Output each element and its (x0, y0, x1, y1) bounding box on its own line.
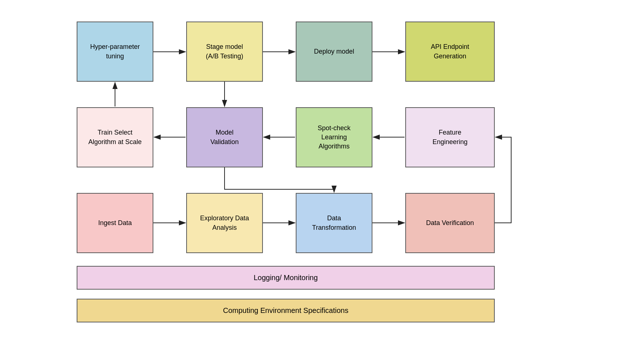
node-train: Train SelectAlgorithm at Scale (77, 107, 153, 167)
node-spotcheck: Spot-checkLearningAlgorithms (296, 107, 372, 167)
node-ingest: Ingest Data (77, 193, 153, 253)
node-train-label: Train SelectAlgorithm at Scale (88, 128, 142, 146)
arrow-model-datatransform (225, 167, 334, 192)
node-model: ModelValidation (186, 107, 263, 167)
arrow-dataverif-feature (495, 137, 511, 223)
bar-computing: Computing Environment Specifications (77, 299, 495, 322)
node-deploy: Deploy model (296, 22, 372, 82)
node-eda: Exploratory DataAnalysis (186, 193, 263, 253)
node-feature-label: FeatureEngineering (432, 128, 467, 146)
diagram-container: Hyper-parameter tuning Stage model(A/B T… (40, 11, 588, 353)
node-deploy-label: Deploy model (314, 47, 354, 56)
node-model-label: ModelValidation (210, 128, 239, 146)
node-datatransform: DataTransformation (296, 193, 372, 253)
bar-logging-label: Logging/ Monitoring (254, 274, 318, 282)
node-spotcheck-label: Spot-checkLearningAlgorithms (318, 124, 351, 151)
node-hyper-label: Hyper-parameter tuning (81, 42, 149, 61)
node-ingest-label: Ingest Data (98, 218, 132, 228)
node-dataverif: Data Verification (405, 193, 495, 253)
node-stage-label: Stage model(A/B Testing) (206, 42, 244, 61)
node-dataverif-label: Data Verification (426, 218, 474, 228)
node-api: API EndpointGeneration (405, 22, 495, 82)
node-eda-label: Exploratory DataAnalysis (200, 214, 249, 232)
node-api-label: API EndpointGeneration (431, 42, 469, 61)
node-datatransform-label: DataTransformation (312, 214, 356, 232)
node-hyper: Hyper-parameter tuning (77, 22, 153, 82)
node-stage: Stage model(A/B Testing) (186, 22, 263, 82)
bar-logging: Logging/ Monitoring (77, 266, 495, 290)
bar-computing-label: Computing Environment Specifications (223, 306, 349, 315)
node-feature: FeatureEngineering (405, 107, 495, 167)
